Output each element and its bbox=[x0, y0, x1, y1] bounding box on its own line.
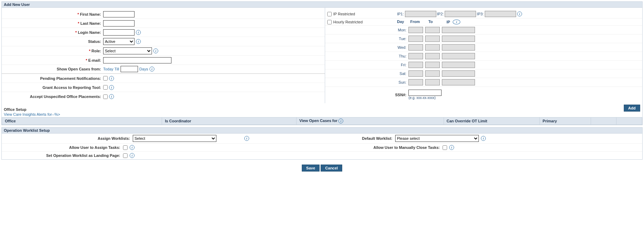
last-name-input[interactable] bbox=[103, 20, 135, 26]
login-name-input[interactable] bbox=[103, 29, 135, 36]
ip-info-icon[interactable]: i bbox=[517, 12, 522, 16]
accept-unspecified-label: Accept Unspecified Office Placements: bbox=[4, 94, 103, 99]
day-label-4: Fri: bbox=[327, 63, 408, 67]
from-input-2[interactable] bbox=[408, 44, 423, 51]
ip3-label: IP3: bbox=[477, 12, 484, 16]
hourly-ip-info-icon[interactable]: i bbox=[453, 20, 460, 24]
default-worklist-info-icon[interactable]: i bbox=[481, 136, 486, 141]
ssn-hint: (e.g. xxx-xx-xxxx) bbox=[408, 96, 442, 100]
to-input-2[interactable] bbox=[425, 44, 440, 51]
day-header: Day bbox=[397, 20, 410, 24]
allow-close-checkbox[interactable] bbox=[443, 145, 447, 150]
from-input-0[interactable] bbox=[408, 27, 423, 33]
office-col-2: View Open Cases for i bbox=[297, 117, 444, 125]
ip3-input[interactable] bbox=[485, 11, 516, 17]
assign-worklists-select[interactable]: Select bbox=[133, 135, 216, 142]
grant-reporting-info-icon[interactable]: i bbox=[109, 85, 114, 90]
today-till-text: Today Till bbox=[103, 67, 119, 71]
day-ip-input-0[interactable] bbox=[442, 27, 475, 33]
landing-page-checkbox[interactable] bbox=[123, 153, 128, 158]
day-ip-input-5[interactable] bbox=[442, 70, 475, 77]
day-label-3: Thu: bbox=[327, 54, 408, 58]
first-name-input[interactable] bbox=[103, 11, 135, 17]
ip-header: IP bbox=[446, 20, 452, 24]
landing-page-label: Set Operation Worklist as Landing Page: bbox=[4, 153, 123, 158]
first-name-label: * First Name: bbox=[4, 12, 103, 16]
ssn-input[interactable] bbox=[408, 90, 442, 96]
from-input-3[interactable] bbox=[408, 53, 423, 59]
to-input-1[interactable] bbox=[425, 36, 440, 42]
grant-reporting-label: Grant Access to Reporting Tool: bbox=[4, 85, 103, 90]
login-name-label: * Login Name: bbox=[4, 30, 103, 35]
show-open-cases-label: Show Open Cases from: bbox=[4, 67, 103, 71]
day-label-2: Wed: bbox=[327, 45, 408, 50]
office-col-0: Office bbox=[2, 117, 162, 125]
accept-unspecified-info-icon[interactable]: i bbox=[109, 94, 114, 99]
office-col-5 bbox=[591, 117, 616, 125]
to-input-5[interactable] bbox=[425, 70, 440, 77]
office-setup-title: Office Setup bbox=[4, 107, 26, 112]
allow-assign-checkbox[interactable] bbox=[123, 145, 128, 150]
role-select[interactable]: Select bbox=[103, 47, 152, 54]
ssn-label: SSN#: bbox=[327, 93, 408, 97]
add-office-button[interactable]: Add bbox=[624, 105, 640, 112]
day-ip-input-1[interactable] bbox=[442, 36, 475, 42]
day-ip-input-4[interactable] bbox=[442, 62, 475, 68]
login-name-info-icon[interactable]: i bbox=[136, 30, 141, 35]
day-ip-input-6[interactable] bbox=[442, 79, 475, 85]
office-col-1: Is Coordinator bbox=[162, 117, 297, 125]
from-input-6[interactable] bbox=[408, 79, 423, 85]
view-open-cases-info-icon[interactable]: i bbox=[338, 119, 343, 123]
ip1-input[interactable] bbox=[405, 11, 436, 17]
to-input-3[interactable] bbox=[425, 53, 440, 59]
email-input[interactable] bbox=[103, 57, 171, 63]
day-ip-input-3[interactable] bbox=[442, 53, 475, 59]
to-input-0[interactable] bbox=[425, 27, 440, 33]
pending-placement-label: Pending Placement Notifications: bbox=[4, 76, 103, 81]
day-label-0: Mon: bbox=[327, 28, 408, 32]
from-header: From bbox=[410, 20, 428, 24]
from-input-4[interactable] bbox=[408, 62, 423, 68]
allow-assign-label: Allow User to Assign Tasks: bbox=[4, 145, 123, 150]
assign-worklists-info-icon[interactable]: i bbox=[244, 136, 249, 141]
allow-assign-info-icon[interactable]: i bbox=[130, 145, 135, 150]
care-insights-link[interactable]: View Care Insights Alerts for--%> bbox=[2, 112, 642, 117]
last-name-label: * Last Name: bbox=[4, 21, 103, 25]
hourly-restricted-label: Hourly Restricted bbox=[333, 20, 362, 24]
cancel-button[interactable]: Cancel bbox=[321, 165, 342, 172]
status-info-icon[interactable]: i bbox=[136, 39, 141, 44]
ip-restricted-checkbox[interactable] bbox=[327, 12, 332, 16]
ip1-label: IP1: bbox=[397, 12, 404, 16]
save-button[interactable]: Save bbox=[302, 165, 320, 172]
default-worklist-select[interactable]: Please select bbox=[395, 135, 479, 142]
day-ip-input-2[interactable] bbox=[442, 44, 475, 51]
action-buttons: Save Cancel bbox=[1, 162, 643, 174]
open-cases-days-input[interactable] bbox=[121, 66, 138, 72]
landing-page-info-icon[interactable]: i bbox=[130, 153, 135, 158]
pending-placement-checkbox[interactable] bbox=[103, 76, 108, 81]
add-user-header: Add New User bbox=[2, 2, 642, 8]
status-select[interactable]: Active bbox=[103, 38, 135, 45]
office-col-6 bbox=[616, 117, 642, 125]
from-input-1[interactable] bbox=[408, 36, 423, 42]
from-input-5[interactable] bbox=[408, 70, 423, 77]
day-label-1: Tue: bbox=[327, 37, 408, 41]
day-label-6: Sun: bbox=[327, 80, 408, 84]
assign-worklists-label: Assign Worklists: bbox=[4, 136, 133, 140]
to-header: To bbox=[428, 20, 446, 24]
accept-unspecified-checkbox[interactable] bbox=[103, 94, 108, 99]
open-cases-info-icon[interactable]: i bbox=[150, 67, 154, 71]
office-table: OfficeIs CoordinatorView Open Cases for … bbox=[2, 117, 642, 125]
role-info-icon[interactable]: i bbox=[153, 48, 158, 53]
to-input-4[interactable] bbox=[425, 62, 440, 68]
add-user-panel: Add New User * First Name: * Last Name: … bbox=[1, 1, 643, 125]
restrictions-column: IP Restricted IP1: IP2: IP3: i bbox=[325, 8, 642, 103]
pending-placement-info-icon[interactable]: i bbox=[109, 76, 114, 81]
ip-restricted-label: IP Restricted bbox=[333, 12, 355, 16]
ip2-input[interactable] bbox=[445, 11, 476, 17]
grant-reporting-checkbox[interactable] bbox=[103, 85, 108, 90]
operation-worklist-panel: Operation Worklist Setup Assign Worklist… bbox=[1, 127, 643, 160]
hourly-restricted-checkbox[interactable] bbox=[327, 20, 332, 24]
allow-close-info-icon[interactable]: i bbox=[449, 145, 454, 150]
to-input-6[interactable] bbox=[425, 79, 440, 85]
